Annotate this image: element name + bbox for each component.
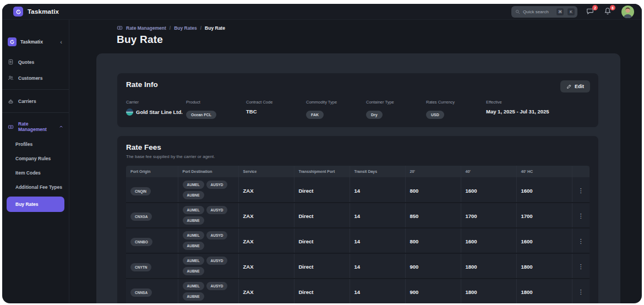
table-row: CNQINAUMELAUSYDAUBNEZAXDirect14800160016… bbox=[126, 177, 590, 203]
row-actions-kebab-icon[interactable]: ⋮ bbox=[578, 264, 584, 270]
field-value-badge: USD bbox=[426, 111, 444, 119]
destination-badges: AUMELAUSYDAUBNE bbox=[183, 257, 232, 275]
cell-port-origin: CNQIN bbox=[126, 177, 178, 203]
port-destination-badge: AUBNE bbox=[183, 292, 204, 301]
cell-rate-40hc: 1700 bbox=[516, 203, 572, 228]
sidebar-item-rate-management[interactable]: Rate Management bbox=[2, 116, 69, 137]
sidebar-item-buy-rates[interactable]: Buy Rates bbox=[7, 197, 64, 212]
cell-transshipment-port: Direct bbox=[294, 279, 350, 303]
field-label: Contract Code bbox=[246, 100, 306, 105]
cell-value: 800 bbox=[410, 188, 419, 194]
cell-value: ZAX bbox=[243, 188, 254, 194]
cell-value: 14 bbox=[354, 289, 361, 295]
cell-value: Direct bbox=[299, 188, 314, 194]
row-actions-kebab-icon[interactable]: ⋮ bbox=[578, 238, 584, 244]
cell-value: ZAX bbox=[243, 238, 254, 244]
column-header-actions bbox=[572, 166, 590, 177]
row-actions-kebab-icon[interactable]: ⋮ bbox=[578, 289, 584, 295]
rate-info-title: Rate Info bbox=[126, 80, 158, 89]
cell-rate-20: 800 bbox=[405, 177, 461, 203]
carriers-icon bbox=[8, 98, 14, 104]
rate-fees-title: Rate Fees bbox=[126, 143, 161, 151]
port-origin-badge: CNQIN bbox=[130, 187, 151, 195]
cell-service: ZAX bbox=[238, 228, 294, 253]
breadcrumb-item-2[interactable]: Buy Rates bbox=[174, 25, 197, 31]
sidebar-item-carriers[interactable]: Carriers bbox=[2, 93, 69, 109]
cell-rate-40hc: 1800 bbox=[516, 253, 572, 279]
carrier-name: Gold Star Line Ltd. bbox=[136, 109, 183, 115]
quick-search-input[interactable]: Quick search ⌘ K bbox=[511, 6, 577, 18]
cell-value: 14 bbox=[354, 188, 361, 194]
sidebar-collapse-icon[interactable]: ‹ bbox=[60, 39, 63, 45]
sidebar-item-customers[interactable]: Customers bbox=[2, 70, 69, 86]
port-destination-badge: AUMEL bbox=[183, 231, 204, 239]
edit-button[interactable]: Edit bbox=[560, 80, 590, 92]
messages-count-badge: 2 bbox=[592, 5, 598, 10]
port-origin-badge: CNYTN bbox=[130, 263, 151, 271]
table-header-row: Port OriginPort DestinationServiceTranss… bbox=[126, 166, 590, 177]
cell-service: ZAX bbox=[238, 177, 294, 203]
rate-fees-table: Port OriginPort DestinationServiceTranss… bbox=[126, 166, 590, 303]
cell-actions: ⋮ bbox=[572, 253, 590, 279]
sidebar-item-quotes[interactable]: Quotes bbox=[2, 54, 69, 70]
carrier-logo-icon bbox=[126, 108, 133, 116]
cell-transshipment-port: Direct bbox=[294, 177, 350, 203]
sidebar-item-additional-fee-types[interactable]: Additional Fee Types bbox=[2, 180, 69, 194]
cell-value: Direct bbox=[299, 213, 314, 219]
sidebar-item-item-codes[interactable]: Item Codes bbox=[2, 166, 69, 180]
cell-transshipment-port: Direct bbox=[294, 228, 350, 253]
field-product: ProductOcean FCL bbox=[186, 100, 246, 119]
field-contract-code: Contract CodeTBC bbox=[246, 100, 306, 119]
row-actions-kebab-icon[interactable]: ⋮ bbox=[578, 188, 584, 194]
cell-transit-days: 14 bbox=[350, 228, 405, 253]
cell-rate-40: 1800 bbox=[461, 253, 516, 279]
cell-transit-days: 14 bbox=[350, 279, 405, 303]
notifications-button[interactable]: 6 bbox=[604, 7, 613, 16]
cell-value: 14 bbox=[354, 264, 361, 270]
sidebar-item-profiles[interactable]: Profiles bbox=[2, 137, 69, 151]
field-rates-currency: Rates CurrencyUSD bbox=[426, 100, 486, 119]
cell-port-destination: AUMELAUSYDAUBNE bbox=[178, 177, 238, 203]
cell-actions: ⋮ bbox=[572, 279, 590, 303]
cell-value: 1600 bbox=[521, 238, 533, 244]
sidebar-divider bbox=[2, 89, 69, 90]
topbar-actions: Quick search ⌘ K 2 6 bbox=[511, 6, 634, 18]
cell-port-destination: AUMELAUSYDAUBNE bbox=[178, 253, 238, 279]
breadcrumb-separator: / bbox=[170, 25, 171, 31]
cell-transit-days: 14 bbox=[350, 203, 405, 228]
sidebar: Taskmatix ‹ QuotesCustomersCarriersRate … bbox=[2, 20, 69, 303]
cell-port-origin: CNXGA bbox=[126, 203, 178, 228]
sidebar-divider bbox=[2, 112, 69, 113]
field-value-badge: Dry bbox=[366, 111, 383, 119]
cell-rate-40: 1600 bbox=[461, 228, 516, 253]
cell-value: 1800 bbox=[521, 289, 533, 295]
cell-value: 850 bbox=[410, 213, 419, 219]
quotes-icon bbox=[8, 59, 14, 65]
cell-rate-20: 900 bbox=[405, 253, 461, 279]
cell-rate-40: 1600 bbox=[461, 177, 516, 203]
cell-value: 14 bbox=[354, 238, 361, 244]
field-label: Product bbox=[186, 100, 246, 105]
sidebar-item-label: Quotes bbox=[18, 59, 34, 65]
column-header-20-: 20' bbox=[405, 166, 461, 177]
port-destination-badge: AUMEL bbox=[183, 181, 204, 189]
breadcrumb-item-1[interactable]: Rate Management bbox=[126, 25, 166, 31]
row-actions-kebab-icon[interactable]: ⋮ bbox=[578, 213, 584, 219]
top-bar: Taskmatix Quick search ⌘ K 2 bbox=[2, 4, 642, 20]
cell-transshipment-port: Direct bbox=[294, 253, 350, 279]
sidebar-nav: QuotesCustomersCarriersRate ManagementPr… bbox=[2, 54, 69, 212]
column-header-40-hc: 40' HC bbox=[516, 166, 572, 177]
messages-button[interactable]: 2 bbox=[586, 7, 595, 16]
breadcrumb-item-3: Buy Rate bbox=[205, 25, 225, 31]
cell-rate-20: 800 bbox=[405, 228, 461, 253]
field-label: Effective bbox=[486, 100, 590, 105]
field-container-type: Container TypeDry bbox=[366, 100, 426, 119]
app-window: Taskmatix Quick search ⌘ K 2 bbox=[2, 4, 642, 303]
field-label: Rates Currency bbox=[426, 100, 486, 105]
cell-actions: ⋮ bbox=[572, 177, 590, 203]
user-avatar[interactable] bbox=[621, 6, 634, 18]
field-value: May 1, 2025 - Jul 31, 2025 bbox=[486, 108, 590, 115]
cell-port-origin: CNNBO bbox=[126, 228, 178, 253]
sidebar-item-company-rules[interactable]: Company Rules bbox=[2, 151, 69, 166]
cell-transit-days: 14 bbox=[350, 177, 405, 203]
